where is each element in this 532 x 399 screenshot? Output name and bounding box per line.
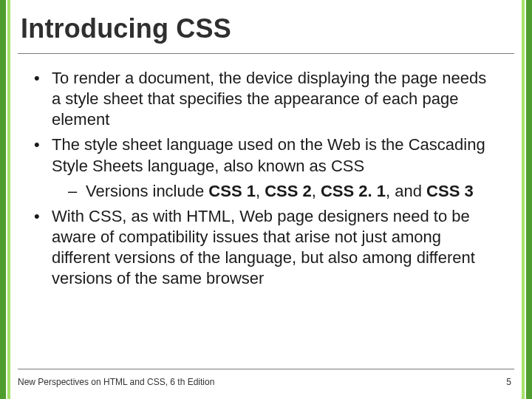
slide-title: Introducing CSS [21, 13, 231, 44]
sub-bullet-item: – Versions include CSS 1, CSS 2, CSS 2. … [33, 181, 499, 202]
bullet-icon: • [33, 134, 52, 176]
bullet-icon: • [33, 68, 52, 130]
bullet-icon: • [33, 206, 52, 290]
bullet-item: • The style sheet language used on the W… [33, 134, 499, 176]
bullet-item: • With CSS, as with HTML, Web page desig… [33, 206, 499, 290]
bullet-text: With CSS, as with HTML, Web page designe… [52, 206, 499, 290]
dash-icon: – [68, 181, 86, 202]
bold-run: CSS 3 [426, 182, 474, 200]
footer-divider [18, 369, 514, 369]
title-divider [18, 53, 514, 54]
bullet-item: • To render a document, the device displ… [33, 68, 499, 130]
footer-text: New Perspectives on HTML and CSS, 6 th E… [18, 377, 214, 387]
accent-green [0, 0, 6, 399]
text-run: Versions include [86, 182, 208, 200]
accent-green [526, 0, 532, 399]
bullet-text: To render a document, the device display… [52, 68, 499, 130]
right-accent-bar [522, 0, 532, 399]
text-run: , and [386, 182, 426, 200]
bold-run: CSS 2. 1 [321, 182, 386, 200]
bold-run: CSS 2 [265, 182, 312, 200]
slide: Introducing CSS • To render a document, … [0, 0, 532, 399]
text-run: , [312, 182, 321, 200]
bold-run: CSS 1 [208, 182, 256, 200]
bullet-text: The style sheet language used on the Web… [52, 134, 499, 176]
accent-lime [7, 0, 10, 399]
page-number: 5 [506, 377, 511, 387]
text-run: , [256, 182, 265, 200]
slide-body: • To render a document, the device displ… [33, 68, 499, 294]
sub-bullet-text: Versions include CSS 1, CSS 2, CSS 2. 1,… [86, 181, 499, 202]
left-accent-bar [0, 0, 10, 399]
